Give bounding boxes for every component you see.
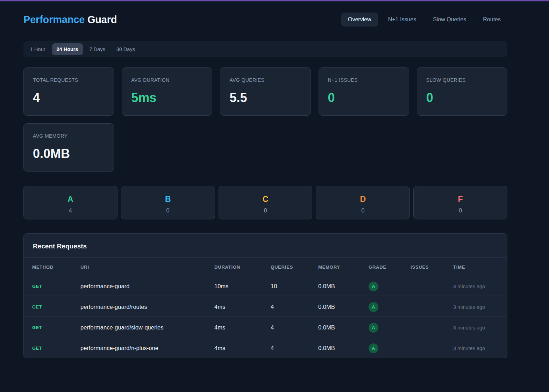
table-row[interactable]: GET performance-guard/routes 4ms 4 0.0MB…	[24, 296, 507, 317]
time-range-7-days[interactable]: 7 Days	[85, 43, 110, 55]
stat-value: 5.5	[229, 90, 301, 106]
table-header-row: METHOD URI DURATION QUERIES MEMORY GRADE…	[24, 258, 507, 275]
cell-time: 3 minutes ago	[453, 275, 507, 296]
page-header: Performance Guard Overview N+1 Issues Sl…	[23, 12, 507, 27]
grade-card-f: F 0	[413, 186, 507, 219]
table-row[interactable]: GET performance-guard/n-plus-one 4ms 4 0…	[24, 337, 507, 358]
cell-grade: A	[369, 337, 411, 358]
column-header-queries: QUERIES	[271, 258, 318, 275]
page-title: Performance Guard	[23, 14, 117, 26]
cell-memory: 0.0MB	[318, 296, 369, 317]
table-row[interactable]: GET performance-guard 10ms 10 0.0MB A 3 …	[24, 275, 507, 296]
cell-memory: 0.0MB	[318, 275, 369, 296]
cell-queries: 4	[271, 296, 318, 317]
grade-count: 0	[316, 207, 409, 214]
stat-value: 4	[33, 90, 105, 106]
nav-item-slow-queries[interactable]: Slow Queries	[426, 13, 473, 27]
stat-label: AVG MEMORY	[33, 133, 105, 139]
cell-issues	[411, 296, 453, 317]
grade-badge: A	[369, 302, 378, 312]
time-range-24-hours[interactable]: 24 Hours	[52, 43, 83, 55]
stat-card-slow-queries: SLOW QUERIES 0	[417, 67, 507, 116]
cell-method: GET	[24, 337, 80, 358]
cell-time: 3 minutes ago	[453, 296, 507, 317]
grade-badge: A	[369, 343, 378, 353]
stat-label: N+1 ISSUES	[328, 77, 400, 83]
table-row[interactable]: GET performance-guard/slow-queries 4ms 4…	[24, 317, 507, 337]
cell-time: 3 minutes ago	[453, 317, 507, 337]
cell-issues	[411, 337, 453, 358]
cell-method: GET	[24, 275, 80, 296]
stat-label: TOTAL REQUESTS	[33, 77, 105, 83]
cell-queries: 4	[271, 317, 318, 337]
main-container: Performance Guard Overview N+1 Issues Sl…	[23, 12, 507, 358]
grade-count: 4	[24, 207, 117, 214]
accent-top-bar	[0, 0, 549, 1]
cell-duration: 4ms	[214, 317, 271, 337]
column-header-time: TIME	[453, 258, 507, 275]
cell-grade: A	[369, 317, 411, 337]
cell-queries: 10	[271, 275, 318, 296]
stat-card-avg-memory: AVG MEMORY 0.0MB	[23, 123, 114, 172]
nav-item-routes[interactable]: Routes	[476, 13, 507, 27]
grade-badge: A	[369, 323, 378, 333]
grade-letter: B	[121, 194, 215, 204]
recent-requests-table: METHOD URI DURATION QUERIES MEMORY GRADE…	[24, 257, 507, 358]
cell-duration: 4ms	[214, 337, 271, 358]
column-header-grade: GRADE	[369, 258, 411, 275]
cell-grade: A	[369, 296, 411, 317]
column-header-method: METHOD	[24, 258, 80, 275]
cell-issues	[411, 317, 453, 337]
nav-item-n-plus-one-issues[interactable]: N+1 Issues	[382, 13, 423, 27]
time-range-selector: 1 Hour 24 Hours 7 Days 30 Days	[23, 41, 507, 57]
stat-label: AVG QUERIES	[229, 77, 301, 83]
column-header-issues: ISSUES	[411, 258, 453, 275]
stat-value: 5ms	[131, 90, 203, 106]
grade-summary: A 4 B 0 C 0 D 0 F 0	[23, 186, 507, 219]
recent-requests-panel: Recent Requests METHOD URI DURATION QUER…	[23, 233, 507, 358]
stats-row-1: TOTAL REQUESTS 4 AVG DURATION 5ms AVG QU…	[23, 67, 507, 116]
time-range-30-days[interactable]: 30 Days	[112, 43, 140, 55]
stat-value: 0	[328, 90, 400, 106]
cell-grade: A	[369, 275, 411, 296]
stat-value: 0.0MB	[33, 146, 105, 161]
cell-time: 3 minutes ago	[453, 337, 507, 358]
top-nav: Overview N+1 Issues Slow Queries Routes	[341, 13, 507, 27]
recent-requests-title: Recent Requests	[24, 234, 507, 257]
grade-badge: A	[369, 282, 378, 291]
nav-item-overview[interactable]: Overview	[341, 13, 378, 27]
column-header-uri: URI	[80, 258, 214, 275]
stat-label: SLOW QUERIES	[426, 77, 498, 83]
stats-row-2: AVG MEMORY 0.0MB	[23, 123, 507, 172]
cell-uri: performance-guard/routes	[80, 296, 214, 317]
column-header-duration: DURATION	[214, 258, 271, 275]
cell-uri: performance-guard/slow-queries	[80, 317, 214, 337]
column-header-memory: MEMORY	[318, 258, 369, 275]
grade-card-a: A 4	[23, 186, 117, 219]
grade-count: 0	[121, 207, 215, 214]
stat-card-avg-duration: AVG DURATION 5ms	[122, 67, 212, 116]
time-range-1-hour[interactable]: 1 Hour	[26, 43, 50, 55]
stat-label: AVG DURATION	[131, 77, 203, 83]
cell-memory: 0.0MB	[318, 317, 369, 337]
cell-queries: 4	[271, 337, 318, 358]
grade-card-b: B 0	[121, 186, 215, 219]
grade-count: 0	[219, 207, 312, 214]
page-title-primary: Performance	[23, 14, 85, 25]
grade-letter: A	[24, 194, 117, 204]
grade-letter: D	[316, 194, 409, 204]
stat-value: 0	[426, 90, 498, 106]
grade-letter: F	[414, 194, 507, 204]
grade-card-d: D 0	[316, 186, 410, 219]
grade-card-c: C 0	[219, 186, 313, 219]
cell-memory: 0.0MB	[318, 337, 369, 358]
cell-issues	[411, 275, 453, 296]
stat-card-avg-queries: AVG QUERIES 5.5	[220, 67, 311, 116]
grade-count: 0	[414, 207, 507, 214]
stat-card-total-requests: TOTAL REQUESTS 4	[23, 67, 114, 116]
grade-letter: C	[219, 194, 312, 204]
cell-method: GET	[24, 296, 80, 317]
cell-uri: performance-guard	[80, 275, 214, 296]
cell-method: GET	[24, 317, 80, 337]
cell-duration: 4ms	[214, 296, 271, 317]
